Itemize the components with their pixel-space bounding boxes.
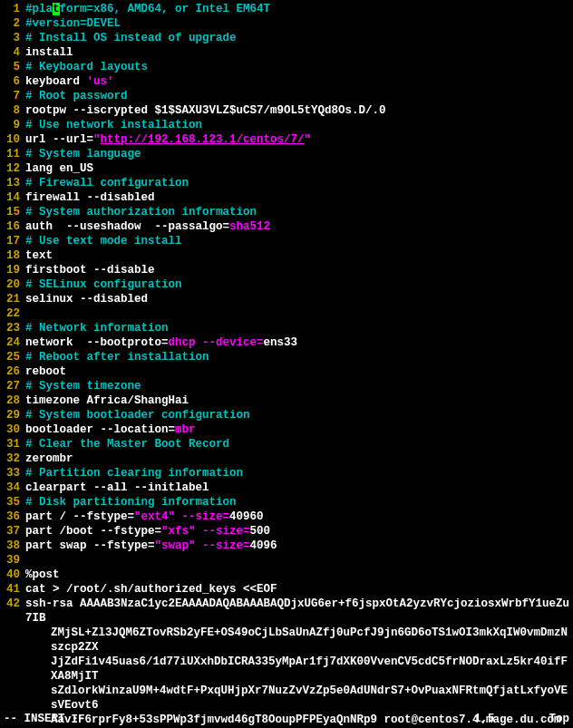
code-line[interactable]: 4install — [0, 45, 573, 60]
code-content[interactable]: # SELinux configuration — [25, 277, 573, 292]
code-line[interactable]: 9# Use network installation — [0, 118, 573, 132]
code-content[interactable]: clearpart --all --initlabel — [25, 480, 573, 495]
code-content[interactable] — [25, 553, 573, 568]
code-content[interactable]: timezone Africa/ShangHai — [25, 393, 573, 408]
code-line[interactable]: 33# Partition clearing information — [0, 466, 573, 480]
line-number: 41 — [0, 582, 25, 597]
code-line[interactable]: 2#version=DEVEL — [0, 16, 573, 31]
code-content[interactable]: reboot — [25, 364, 573, 379]
code-content[interactable]: # Network information — [25, 321, 573, 335]
code-line[interactable]: 8rootpw --iscrypted $1$SAXU3VLZ$uCS7/m9O… — [0, 103, 573, 118]
code-line[interactable]: 7# Root password — [0, 89, 573, 103]
code-line-wrap[interactable]: ZMjSL+Zl3JQM6ZTovRSb2yFE+OS49oCjLbSaUnAZ… — [0, 626, 573, 655]
code-line-wrap[interactable]: sZdlorkWinzaU9M+4wdtF+PxqUHjpXr7NuzZvVzZ… — [0, 684, 573, 713]
code-content[interactable]: network --bootproto=dhcp --device=ens33 — [25, 335, 573, 350]
code-line[interactable]: 13# Firewall configuration — [0, 176, 573, 190]
code-content[interactable]: firewall --disabled — [25, 190, 573, 205]
code-line[interactable]: 6keyboard 'us' — [0, 74, 573, 89]
code-line[interactable]: 22 — [0, 306, 573, 321]
line-number: 37 — [0, 524, 25, 539]
code-line[interactable]: 3# Install OS instead of upgrade — [0, 31, 573, 45]
code-content[interactable]: #version=DEVEL — [25, 16, 573, 31]
code-content[interactable]: lang en_US — [25, 161, 573, 176]
code-content[interactable]: zerombr — [25, 451, 573, 466]
code-content[interactable]: # Clear the Master Boot Record — [25, 437, 573, 451]
code-line[interactable]: 23# Network information — [0, 321, 573, 335]
code-content[interactable]: # Install OS instead of upgrade — [25, 31, 573, 45]
code-content[interactable]: rootpw --iscrypted $1$SAXU3VLZ$uCS7/m9OL… — [25, 103, 573, 118]
code-content[interactable]: part /boot --fstype="xfs" --size=500 — [25, 524, 573, 539]
code-content[interactable]: #platform=x86, AMD64, or Intel EM64T — [25, 2, 573, 16]
code-area[interactable]: 1#platform=x86, AMD64, or Intel EM64T2#v… — [0, 2, 573, 728]
code-content[interactable]: install — [25, 45, 573, 60]
code-content[interactable]: bootloader --location=mbr — [25, 422, 573, 437]
code-content[interactable]: text — [25, 248, 573, 263]
code-line[interactable]: 12lang en_US — [0, 161, 573, 176]
code-line[interactable]: 40%post — [0, 568, 573, 582]
code-content[interactable]: # Use text mode install — [25, 234, 573, 248]
code-content[interactable]: # Root password — [25, 89, 573, 103]
code-line[interactable]: 29# System bootloader configuration — [0, 408, 573, 422]
code-content[interactable]: part swap --fstype="swap" --size=4096 — [25, 539, 573, 553]
code-content[interactable]: %post — [25, 568, 573, 582]
line-number: 21 — [0, 292, 25, 306]
code-content[interactable]: # System language — [25, 147, 573, 161]
code-line[interactable]: 31# Clear the Master Boot Record — [0, 437, 573, 451]
code-content[interactable]: url --url="http://192.168.123.1/centos/7… — [25, 132, 573, 147]
code-line[interactable]: 19firstboot --disable — [0, 263, 573, 277]
code-line[interactable]: 36part / --fstype="ext4" --size=40960 — [0, 510, 573, 524]
line-number: 36 — [0, 510, 25, 524]
code-line[interactable]: 30bootloader --location=mbr — [0, 422, 573, 437]
code-content[interactable]: # Use network installation — [25, 118, 573, 132]
line-number: 14 — [0, 190, 25, 205]
line-number: 33 — [0, 466, 25, 480]
vim-editor[interactable]: 1#platform=x86, AMD64, or Intel EM64T2#v… — [0, 0, 573, 728]
code-line-wrap[interactable]: JjZdFi1v45uas6/1d77iUXxhDbICRA335yMpAr1f… — [0, 655, 573, 684]
code-line[interactable]: 16auth --useshadow --passalgo=sha512 — [0, 219, 573, 234]
code-content[interactable]: part / --fstype="ext4" --size=40960 — [25, 510, 573, 524]
code-content[interactable]: auth --useshadow --passalgo=sha512 — [25, 219, 573, 234]
code-line[interactable]: 25# Reboot after installation — [0, 350, 573, 364]
code-line[interactable]: 17# Use text mode install — [0, 234, 573, 248]
code-content[interactable]: selinux --disabled — [25, 292, 573, 306]
code-line[interactable]: 11# System language — [0, 147, 573, 161]
code-line[interactable]: 34clearpart --all --initlabel — [0, 480, 573, 495]
code-line[interactable]: 1#platform=x86, AMD64, or Intel EM64T — [0, 2, 573, 16]
code-content[interactable]: # System authorization information — [25, 205, 573, 219]
line-number: 9 — [0, 118, 25, 132]
code-line[interactable]: 24network --bootproto=dhcp --device=ens3… — [0, 335, 573, 350]
code-content[interactable]: # Firewall configuration — [25, 176, 573, 190]
code-content[interactable]: # Partition clearing information — [25, 466, 573, 480]
code-line[interactable]: 5# Keyboard layouts — [0, 60, 573, 74]
code-line[interactable]: 18text — [0, 248, 573, 263]
code-line[interactable]: 37part /boot --fstype="xfs" --size=500 — [0, 524, 573, 539]
code-content[interactable]: # Keyboard layouts — [25, 60, 573, 74]
code-line[interactable]: 15# System authorization information — [0, 205, 573, 219]
code-line[interactable]: 14firewall --disabled — [0, 190, 573, 205]
code-line[interactable]: 27# System timezone — [0, 379, 573, 393]
line-number: 12 — [0, 161, 25, 176]
code-content[interactable]: cat > /root/.sh/authorized_keys <<EOF — [25, 582, 573, 597]
code-content[interactable]: ssh-rsa AAAAB3NzaC1yc2EAAAADAQABAAABAQDj… — [25, 597, 573, 626]
code-line[interactable]: 39 — [0, 553, 573, 568]
line-number: 13 — [0, 176, 25, 190]
code-content[interactable]: # System timezone — [25, 379, 573, 393]
code-line[interactable]: 42ssh-rsa AAAAB3NzaC1yc2EAAAADAQABAAABAQ… — [0, 597, 573, 626]
code-line[interactable]: 20# SELinux configuration — [0, 277, 573, 292]
code-line[interactable]: 10url --url="http://192.168.123.1/centos… — [0, 132, 573, 147]
code-content[interactable]: # Reboot after installation — [25, 350, 573, 364]
code-line[interactable]: 21selinux --disabled — [0, 292, 573, 306]
code-line[interactable]: 38part swap --fstype="swap" --size=4096 — [0, 539, 573, 553]
code-content[interactable]: keyboard 'us' — [25, 74, 573, 89]
code-content[interactable]: # System bootloader configuration — [25, 408, 573, 422]
code-line[interactable]: 28timezone Africa/ShangHai — [0, 393, 573, 408]
code-line[interactable]: 26reboot — [0, 364, 573, 379]
code-line[interactable]: 32zerombr — [0, 451, 573, 466]
code-content[interactable]: # Disk partitioning information — [25, 495, 573, 510]
code-content[interactable] — [25, 306, 573, 321]
line-number: 2 — [0, 16, 25, 31]
code-line[interactable]: 35# Disk partitioning information — [0, 495, 573, 510]
code-line[interactable]: 41cat > /root/.sh/authorized_keys <<EOF — [0, 582, 573, 597]
code-content[interactable]: firstboot --disable — [25, 263, 573, 277]
line-number: 30 — [0, 422, 25, 437]
